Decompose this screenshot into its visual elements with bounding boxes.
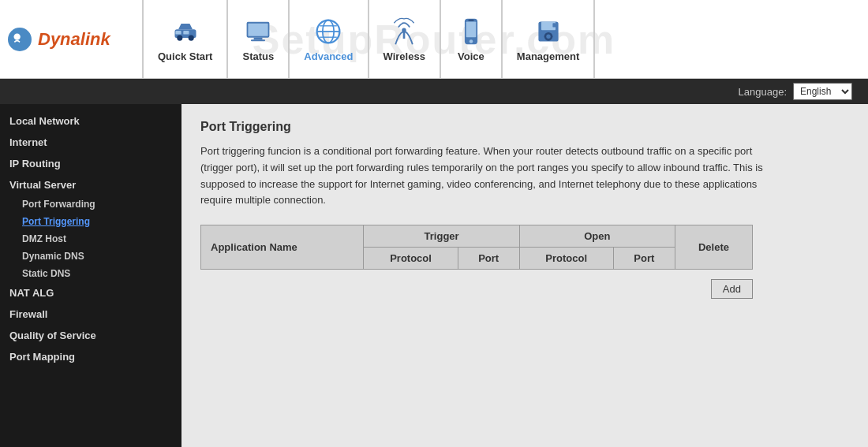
sidebar-item-local-network[interactable]: Local Network (0, 110, 181, 132)
add-button-row: Add (200, 279, 753, 299)
svg-rect-5 (183, 31, 189, 35)
nav-label-voice: Voice (458, 50, 485, 62)
page-title: Port Triggering (200, 120, 849, 134)
content-area: Port Triggering Port triggering funcion … (181, 104, 868, 447)
svg-point-2 (177, 35, 182, 41)
nav-item-quick-start[interactable]: Quick Start (142, 0, 228, 78)
logo-area: Dynalink (0, 28, 142, 51)
col-header-open: Open (519, 225, 675, 248)
logo-text: Dynalink (38, 29, 110, 50)
monitor-icon (242, 16, 274, 47)
col-header-open-port: Port (613, 248, 675, 270)
sidebar-item-port-forwarding[interactable]: Port Forwarding (0, 196, 181, 213)
svg-rect-9 (251, 39, 265, 41)
col-header-open-protocol: Protocol (519, 248, 613, 270)
col-header-trigger-protocol: Protocol (364, 248, 458, 270)
nav-label-wireless: Wireless (383, 50, 425, 62)
car-icon (170, 16, 201, 47)
svg-rect-4 (175, 31, 181, 35)
sidebar-item-internet[interactable]: Internet (0, 132, 181, 153)
port-triggering-table: Application Name Trigger Open Delete Pro… (200, 225, 753, 270)
svg-rect-17 (466, 21, 477, 37)
col-header-trigger: Trigger (364, 225, 519, 248)
globe-icon (312, 16, 344, 47)
sidebar-item-port-mapping[interactable]: Port Mapping (0, 346, 181, 367)
sidebar-item-firewall[interactable]: Firewall (0, 304, 181, 325)
svg-point-18 (470, 39, 473, 43)
sidebar-item-port-triggering[interactable]: Port Triggering (0, 213, 181, 230)
col-header-delete: Delete (675, 225, 752, 270)
sidebar-item-quality-of-service[interactable]: Quality of Service (0, 325, 181, 346)
sidebar-item-nat-alg[interactable]: NAT ALG (0, 282, 181, 304)
header: Dynalink SetupRouter.com Quick Start (0, 0, 868, 79)
disk-icon (533, 16, 564, 47)
sidebar: Local Network Internet IP Routing Virtua… (0, 104, 181, 447)
svg-point-0 (14, 33, 21, 39)
add-button[interactable]: Add (711, 279, 753, 299)
svg-rect-8 (254, 38, 263, 40)
satellite-icon (388, 16, 420, 47)
nav-item-advanced[interactable]: Advanced (290, 0, 369, 78)
nav-item-wireless[interactable]: Wireless (369, 0, 441, 78)
language-select[interactable]: English Chinese French German (793, 83, 852, 100)
svg-point-15 (402, 28, 406, 32)
svg-point-23 (546, 35, 550, 39)
sidebar-item-dynamic-dns[interactable]: Dynamic DNS (0, 248, 181, 265)
svg-rect-19 (468, 20, 473, 21)
main-nav: Quick Start Status (142, 0, 868, 78)
svg-rect-7 (249, 24, 268, 36)
language-bar: Language: English Chinese French German (0, 79, 868, 104)
sidebar-item-virtual-server[interactable]: Virtual Server (0, 174, 181, 196)
sidebar-item-dmz-host[interactable]: DMZ Host (0, 230, 181, 248)
col-header-app-name: Application Name (201, 225, 364, 270)
col-header-trigger-port: Port (458, 248, 519, 270)
phone-icon (455, 16, 487, 47)
page-description: Port triggering funcion is a conditional… (200, 143, 769, 209)
nav-label-status: Status (242, 50, 274, 62)
nav-label-quick-start: Quick Start (158, 50, 212, 62)
nav-label-management: Management (517, 50, 579, 62)
nav-label-advanced: Advanced (304, 50, 353, 62)
nav-item-management[interactable]: Management (503, 0, 595, 78)
svg-point-3 (188, 35, 193, 41)
main-layout: Local Network Internet IP Routing Virtua… (0, 104, 868, 447)
sidebar-item-static-dns[interactable]: Static DNS (0, 265, 181, 282)
language-label: Language: (739, 86, 787, 98)
nav-item-voice[interactable]: Voice (441, 0, 503, 78)
sidebar-item-ip-routing[interactable]: IP Routing (0, 153, 181, 174)
logo-icon (8, 28, 32, 51)
nav-item-status[interactable]: Status (228, 0, 290, 78)
svg-rect-24 (552, 23, 556, 27)
